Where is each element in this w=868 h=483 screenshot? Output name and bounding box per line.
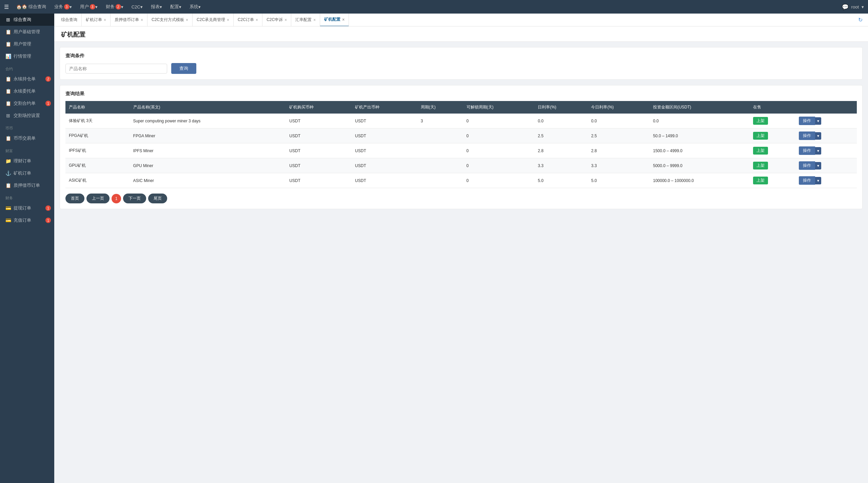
sidebar-item-market[interactable]: 📊 行情管理 [0, 50, 54, 62]
sidebar-item-user-basic[interactable]: 📋 用户基础管理 [0, 26, 54, 38]
action-group-0: 操作 ▾ [799, 117, 853, 125]
cell-today-rate-4: 5.0 [588, 173, 650, 188]
col-out-currency: 矿机产出币种 [352, 101, 417, 114]
col-name: 产品名称 [65, 101, 130, 114]
hamburger-icon[interactable]: ☰ [4, 4, 9, 10]
cell-unlock-cycle-4: 0 [463, 173, 535, 188]
withdraw-icon: 💳 [5, 205, 11, 211]
tab-c2c-payment-close[interactable]: × [186, 18, 188, 22]
pagination: 首页 上一页 1 下一页 尾页 [65, 194, 857, 203]
tab-pledge-order-label: 质押借币订单 [115, 17, 139, 23]
cell-daily-rate-0: 0.0 [534, 114, 588, 128]
sidebar-item-perpetual-delegate[interactable]: 📋 永续委托单 [0, 85, 54, 97]
user-area[interactable]: 💬 root ▾ [842, 4, 864, 10]
pledge-order-icon: 📋 [5, 183, 11, 188]
tab-c2c-order-label: C2C订单 [238, 17, 254, 23]
nav-item-system[interactable]: 系统 ▾ [186, 0, 204, 14]
status-button-2[interactable]: 上架 [753, 147, 768, 155]
tab-miner-config-close[interactable]: × [342, 17, 344, 22]
tab-miner-order-close[interactable]: × [104, 18, 106, 22]
market-icon: 📊 [5, 54, 11, 59]
status-button-4[interactable]: 上架 [753, 177, 768, 184]
search-button[interactable]: 查询 [171, 63, 196, 74]
nav-report-arrow: ▾ [160, 4, 162, 9]
nav-config-label: 配置 [170, 4, 179, 10]
action-dropdown-button-0[interactable]: ▾ [815, 117, 821, 125]
content-header: 矿机配置 [54, 26, 868, 42]
sidebar-zonghe-label: 综合查询 [14, 17, 31, 23]
nav-item-user[interactable]: 用户 3 ▾ [77, 0, 101, 14]
action-dropdown-button-2[interactable]: ▾ [815, 147, 821, 155]
cell-name-en-2: IPFS Miner [130, 143, 286, 158]
status-button-0[interactable]: 上架 [753, 117, 768, 125]
tab-pledge-order-close[interactable]: × [141, 18, 143, 22]
tab-zonghe[interactable]: 综合查询 [57, 14, 82, 26]
tab-c2c-appeal[interactable]: C2C申诉 × [262, 14, 291, 26]
sidebar-item-miner-order[interactable]: ⚓ 矿机订单 [0, 167, 54, 179]
action-dropdown-button-4[interactable]: ▾ [815, 177, 821, 184]
sidebar-item-deposit[interactable]: 💳 充值订单 1 [0, 214, 54, 226]
tab-exchange-rate[interactable]: 汇率配置 × [291, 14, 320, 26]
status-button-3[interactable]: 上架 [753, 162, 768, 169]
sidebar-item-pledge-order[interactable]: 📋 质押借币订单 [0, 179, 54, 192]
page-title: 矿机配置 [61, 31, 861, 39]
refresh-button[interactable]: ↻ [855, 17, 865, 23]
nav-user-badge: 3 [90, 4, 95, 9]
page-last-button[interactable]: 尾页 [148, 194, 167, 203]
table-row: FPGA矿机 FPGA Miner USDT USDT 0 2.5 2.5 50… [65, 128, 857, 143]
col-cycle: 周期(天) [417, 101, 463, 114]
sidebar-item-finance-order[interactable]: 📁 理财订单 [0, 155, 54, 167]
perpetual-delegate-icon: 📋 [5, 88, 11, 94]
nav-user-label: 用户 [80, 4, 89, 10]
col-unlock-cycle: 可解锁周期(天) [463, 101, 535, 114]
tab-c2c-payment[interactable]: C2C支付方式模板 × [147, 14, 193, 26]
sidebar-item-withdraw[interactable]: 💳 提现订单 1 [0, 202, 54, 214]
action-button-2[interactable]: 操作 [799, 146, 815, 155]
search-row: 查询 [65, 63, 857, 74]
nav-item-report[interactable]: 报表 ▾ [147, 0, 165, 14]
page-first-button[interactable]: 首页 [65, 194, 84, 203]
tab-exchange-rate-close[interactable]: × [313, 18, 316, 22]
sidebar-item-perpetual-hold[interactable]: 📋 永续持仓单 2 [0, 73, 54, 85]
nav-item-config[interactable]: 配置 ▾ [167, 0, 185, 14]
tab-c2c-merchant[interactable]: C2C承兑商管理 × [193, 14, 234, 26]
sidebar-item-coin-trade[interactable]: 📋 币币交易单 [0, 132, 54, 144]
user-arrow-icon: ▾ [862, 4, 864, 9]
cell-invest-range-4: 100000.0 – 1000000.0 [650, 173, 750, 188]
nav-c2c-label: C2C [132, 4, 140, 9]
cell-name-4: ASIC矿机 [65, 173, 130, 188]
sidebar-item-zonghe[interactable]: ⊞ 综合查询 [0, 14, 54, 26]
action-button-3[interactable]: 操作 [799, 161, 815, 170]
cell-unlock-cycle-1: 0 [463, 128, 535, 143]
tab-c2c-appeal-close[interactable]: × [284, 18, 287, 22]
tab-pledge-order[interactable]: 质押借币订单 × [111, 14, 147, 26]
page-current-number[interactable]: 1 [112, 194, 121, 203]
tab-c2c-order-close[interactable]: × [256, 18, 258, 22]
sidebar-user-mgmt-label: 用户管理 [14, 41, 31, 47]
page-prev-button[interactable]: 上一页 [86, 194, 110, 203]
page-next-button[interactable]: 下一页 [123, 194, 146, 203]
nav-item-home[interactable]: 🏠 🏠 综合查询 [13, 0, 50, 14]
status-button-1[interactable]: 上架 [753, 132, 768, 140]
sidebar-item-user-mgmt[interactable]: 📋 用户管理 [0, 38, 54, 50]
product-name-input[interactable] [65, 64, 167, 74]
finance-order-icon: 📁 [5, 158, 11, 164]
cell-name-0: 体验矿机 3天 [65, 114, 130, 128]
tab-c2c-order[interactable]: C2C订单 × [234, 14, 262, 26]
tab-miner-config[interactable]: 矿机配置 × [320, 14, 349, 26]
tab-miner-order[interactable]: 矿机订单 × [82, 14, 111, 26]
action-button-0[interactable]: 操作 [799, 117, 815, 125]
sidebar-item-delivery-control[interactable]: ⊞ 交割场控设置 [0, 109, 54, 122]
action-button-1[interactable]: 操作 [799, 132, 815, 140]
cell-action-0: 操作 ▾ [795, 114, 857, 128]
action-button-4[interactable]: 操作 [799, 176, 815, 185]
tab-c2c-merchant-close[interactable]: × [227, 18, 229, 22]
nav-item-c2c[interactable]: C2C ▾ [128, 0, 146, 14]
cell-today-rate-0: 0.0 [588, 114, 650, 128]
sidebar-item-delivery-contract[interactable]: 📋 交割合约单 1 [0, 97, 54, 109]
nav-item-business[interactable]: 业务 3 ▾ [51, 0, 75, 14]
nav-item-finance[interactable]: 财务 2 ▾ [102, 0, 127, 14]
cell-status-2: 上架 [750, 143, 795, 158]
action-dropdown-button-3[interactable]: ▾ [815, 162, 821, 169]
action-dropdown-button-1[interactable]: ▾ [815, 132, 821, 140]
